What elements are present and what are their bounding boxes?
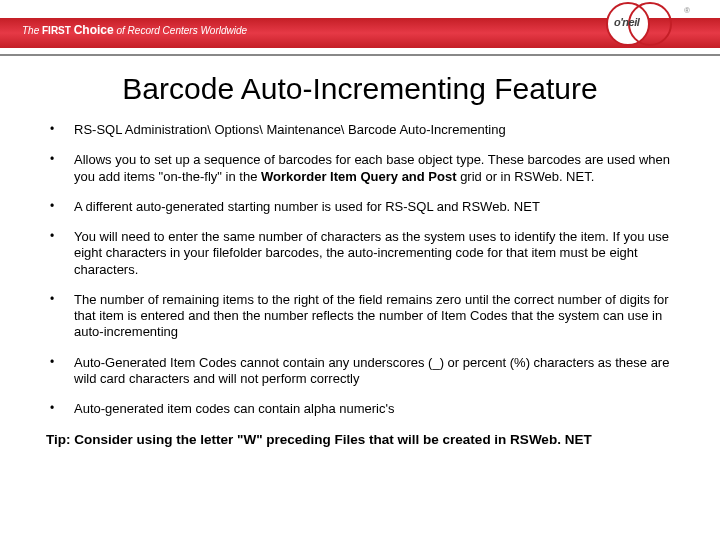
slide-header: The FIRST Choice of Record Centers World… [0, 0, 720, 58]
bullet-dot: • [50, 199, 74, 215]
bullet-item: •Allows you to set up a sequence of barc… [50, 152, 680, 185]
bullet-dot: • [50, 229, 74, 278]
bullet-text: The number of remaining items to the rig… [74, 292, 680, 341]
bullet-item: •Auto-generated item codes can contain a… [50, 401, 680, 417]
bullet-text: Auto-Generated Item Codes cannot contain… [74, 355, 680, 388]
header-divider [0, 54, 720, 56]
bullet-text: RS-SQL Administration\ Options\ Maintena… [74, 122, 680, 138]
bullet-text: A different auto-generated starting numb… [74, 199, 680, 215]
bullet-item: •The number of remaining items to the ri… [50, 292, 680, 341]
bullet-dot: • [50, 292, 74, 341]
bullet-item: •Auto-Generated Item Codes cannot contai… [50, 355, 680, 388]
bullet-dot: • [50, 401, 74, 417]
bullet-dot: • [50, 152, 74, 185]
bullet-text: Allows you to set up a sequence of barco… [74, 152, 680, 185]
tagline-pre: The [22, 25, 39, 36]
tip-text: Tip: Consider using the letter "W" prece… [46, 431, 674, 449]
tagline-post: of Record Centers Worldwide [116, 25, 247, 36]
bullet-item: •You will need to enter the same number … [50, 229, 680, 278]
bullet-item: •RS-SQL Administration\ Options\ Mainten… [50, 122, 680, 138]
logo: o'neil [606, 2, 678, 48]
tagline-choice: Choice [74, 23, 114, 37]
tagline-first: FIRST [42, 25, 71, 36]
bullet-dot: • [50, 122, 74, 138]
slide-content: Barcode Auto-Incrementing Feature •RS-SQ… [0, 58, 720, 449]
logo-text: o'neil [614, 16, 639, 28]
bullet-text: You will need to enter the same number o… [74, 229, 680, 278]
slide-title: Barcode Auto-Incrementing Feature [40, 72, 680, 106]
bullet-item: •A different auto-generated starting num… [50, 199, 680, 215]
registered-mark: ® [684, 6, 690, 15]
bullet-dot: • [50, 355, 74, 388]
header-tagline: The FIRST Choice of Record Centers World… [22, 23, 247, 37]
bullet-text: Auto-generated item codes can contain al… [74, 401, 680, 417]
bullet-list: •RS-SQL Administration\ Options\ Mainten… [40, 122, 680, 417]
